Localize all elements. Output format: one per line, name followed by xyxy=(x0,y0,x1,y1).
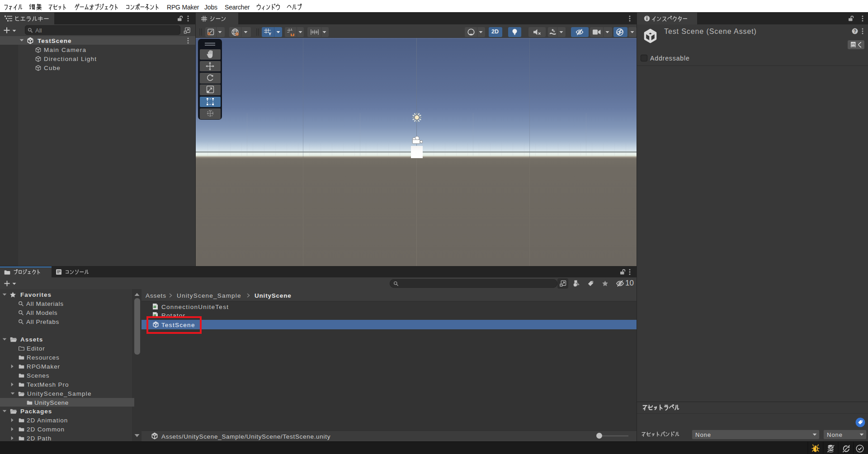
svg-text:?: ? xyxy=(854,29,856,34)
svg-text:Y: Y xyxy=(269,32,271,36)
